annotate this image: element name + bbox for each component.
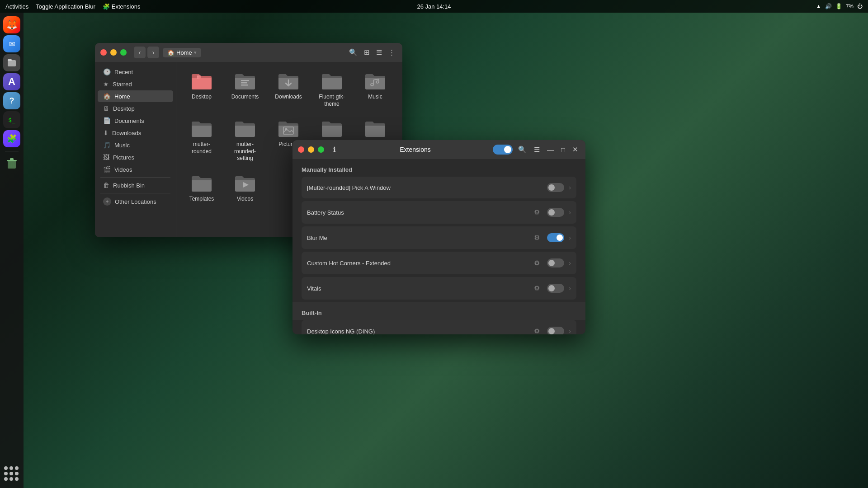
svg-rect-10 xyxy=(241,82,247,84)
folder-mutter-rounded[interactable]: mutter-rounded xyxy=(182,115,222,166)
fm-minimize-button[interactable] xyxy=(110,49,117,56)
dock-bottom xyxy=(3,465,20,483)
folder-desktop[interactable]: Desktop xyxy=(182,67,222,111)
videos-icon: 🎬 xyxy=(103,166,111,173)
sidebar-documents-label: Documents xyxy=(114,117,144,124)
svg-rect-9 xyxy=(241,80,249,81)
folder-videos[interactable]: Videos xyxy=(225,169,265,206)
sidebar-downloads-label: Downloads xyxy=(112,130,141,136)
dock-extensions[interactable]: 🧩 xyxy=(3,130,20,147)
ext-item-vitals: Vitals ⚙ › xyxy=(302,277,576,300)
ext-blur-me-label: Blur Me xyxy=(307,235,527,241)
folder-documents[interactable]: Documents xyxy=(225,67,265,111)
ext-close-button[interactable] xyxy=(298,146,304,153)
folder-downloads[interactable]: Downloads xyxy=(269,67,308,111)
ext-blur-me-chevron[interactable]: › xyxy=(569,234,571,241)
recent-icon: 🕐 xyxy=(103,68,111,75)
fm-maximize-button[interactable] xyxy=(120,49,127,56)
ext-menu-button[interactable]: ☰ xyxy=(532,144,542,155)
ext-mutter-rounded-toggle[interactable] xyxy=(547,183,564,192)
rubbish-icon: 🗑 xyxy=(103,182,109,189)
svg-rect-11 xyxy=(241,84,248,86)
ext-minimize-button[interactable] xyxy=(308,146,314,153)
folder-mutter-rounded-icon xyxy=(190,118,213,139)
ext-ding-settings[interactable]: ⚙ xyxy=(531,326,542,334)
dock-terminal[interactable]: $_ xyxy=(3,111,20,128)
ext-battery-status-toggle[interactable] xyxy=(547,208,564,217)
sidebar-item-music[interactable]: 🎵 Music xyxy=(98,139,173,151)
sidebar-item-pictures[interactable]: 🖼 Pictures xyxy=(98,151,173,163)
folder-mutter-rounded-setting[interactable]: mutter-rounded-setting xyxy=(225,115,265,166)
fm-location-bar[interactable]: 🏠 Home ▾ xyxy=(163,48,201,57)
ext-mutter-rounded-chevron[interactable]: › xyxy=(569,184,571,191)
ext-item-blur-me: Blur Me ⚙ › xyxy=(302,226,576,249)
dock-mail[interactable]: ✉ xyxy=(3,35,20,52)
dock-trash[interactable] xyxy=(3,155,20,172)
folder-music-icon xyxy=(363,71,387,92)
sidebar-rubbish-label: Rubbish Bin xyxy=(113,182,145,189)
ext-vitals-toggle[interactable] xyxy=(547,284,564,293)
sidebar-item-home[interactable]: 🏠 Home xyxy=(98,90,173,102)
ext-blur-me-settings[interactable]: ⚙ xyxy=(531,233,542,243)
fm-location-chevron: ▾ xyxy=(194,50,197,56)
home-icon: 🏠 xyxy=(167,49,175,56)
sidebar-videos-label: Videos xyxy=(114,166,132,173)
sidebar-item-other-locations[interactable]: + Other Locations xyxy=(98,195,173,208)
sidebar-item-desktop[interactable]: 🖥 Desktop xyxy=(98,103,173,114)
ext-win-close-button[interactable]: ✕ xyxy=(571,144,580,155)
ext-battery-status-chevron[interactable]: › xyxy=(569,209,571,216)
extensions-menuitem[interactable]: 🧩 Extensions xyxy=(103,3,141,10)
ext-battery-status-label: Battery Status xyxy=(307,209,527,216)
fm-close-button[interactable] xyxy=(100,49,107,56)
ext-custom-hot-corners-toggle[interactable] xyxy=(547,258,564,267)
ext-info-button[interactable]: ℹ xyxy=(331,144,338,155)
show-apps-button[interactable] xyxy=(3,465,20,483)
dock-firefox[interactable]: 🦊 xyxy=(3,16,20,33)
folder-music[interactable]: Music xyxy=(355,67,395,111)
ext-custom-hot-corners-settings[interactable]: ⚙ xyxy=(531,258,542,268)
sidebar-item-starred[interactable]: ★ Starred xyxy=(98,78,173,90)
sidebar-item-documents[interactable]: 📄 Documents xyxy=(98,115,173,127)
sidebar-starred-label: Starred xyxy=(113,81,132,88)
folder-downloads-label: Downloads xyxy=(275,94,302,101)
dock-software[interactable]: A xyxy=(3,73,20,90)
folder-music-label: Music xyxy=(368,94,382,101)
topbar-right: ▲ 🔊 🔋 7% ⏻ xyxy=(816,3,863,9)
sidebar-item-downloads[interactable]: ⬇ Downloads xyxy=(98,127,173,139)
sidebar-item-videos[interactable]: 🎬 Videos xyxy=(98,164,173,175)
ext-blur-me-toggle[interactable] xyxy=(547,233,564,242)
ext-search-button[interactable]: 🔍 xyxy=(516,144,528,155)
fm-back-button[interactable]: ‹ xyxy=(134,47,146,58)
dock-help[interactable]: ? xyxy=(3,92,20,109)
ext-vitals-chevron[interactable]: › xyxy=(569,285,571,292)
application-dock: 🦊 ✉ A ? $_ 🧩 xyxy=(0,13,24,488)
fm-titlebar: ‹ › 🏠 Home ▾ 🔍 ⊞ ☰ ⋮ xyxy=(95,43,402,62)
ext-body: Manually Installed [Mutter-rounded] Pick… xyxy=(292,159,585,334)
fm-list-view-button[interactable]: ☰ xyxy=(374,47,384,58)
activities-button[interactable]: Activities xyxy=(5,3,28,10)
toggle-blur-button[interactable]: Toggle Application Blur xyxy=(36,3,95,10)
folder-fluent-gtk[interactable]: Fluent-gtk-theme xyxy=(312,67,352,111)
fm-search-button[interactable]: 🔍 xyxy=(347,47,359,58)
ext-vitals-settings[interactable]: ⚙ xyxy=(531,283,542,293)
ext-win-minimize-button[interactable]: — xyxy=(545,144,556,155)
sidebar-item-recent[interactable]: 🕐 Recent xyxy=(98,66,173,78)
other-locations-icon: + xyxy=(103,197,111,206)
dock-files[interactable] xyxy=(3,54,20,71)
ext-ding-chevron[interactable]: › xyxy=(569,328,571,334)
ext-ding-toggle[interactable] xyxy=(547,327,564,334)
fm-grid-view-button[interactable]: ⊞ xyxy=(362,47,372,58)
folder-templates[interactable]: Templates xyxy=(182,169,222,206)
extensions-window: ℹ Extensions 🔍 ☰ — □ ✕ Manually Installe… xyxy=(292,140,585,334)
ext-battery-status-settings[interactable]: ⚙ xyxy=(531,207,542,217)
ext-master-toggle[interactable] xyxy=(493,145,513,155)
sidebar-separator-2 xyxy=(100,193,170,193)
fm-forward-button[interactable]: › xyxy=(147,47,159,58)
power-icon: ⏻ xyxy=(857,3,863,9)
ext-custom-hot-corners-chevron[interactable]: › xyxy=(569,259,571,267)
fm-menu-button[interactable]: ⋮ xyxy=(387,47,397,58)
ext-maximize-button[interactable] xyxy=(318,146,324,153)
sidebar-item-rubbish[interactable]: 🗑 Rubbish Bin xyxy=(98,179,173,191)
folder-videos-icon xyxy=(233,173,257,194)
ext-win-maximize-button[interactable]: □ xyxy=(559,144,567,155)
